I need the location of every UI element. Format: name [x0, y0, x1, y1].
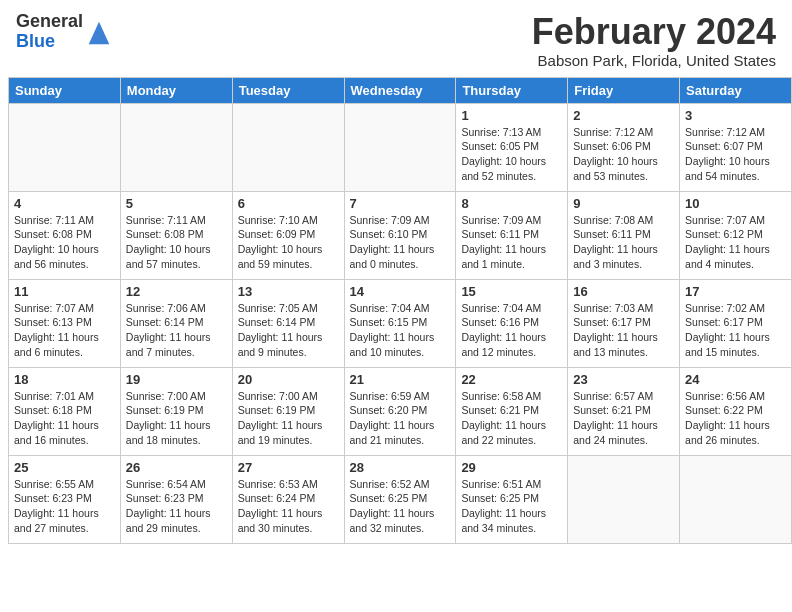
calendar-week-row: 25Sunrise: 6:55 AM Sunset: 6:23 PM Dayli… [9, 455, 792, 543]
calendar-day-cell: 10Sunrise: 7:07 AM Sunset: 6:12 PM Dayli… [680, 191, 792, 279]
calendar-day-cell: 21Sunrise: 6:59 AM Sunset: 6:20 PM Dayli… [344, 367, 456, 455]
calendar-day-header: Friday [568, 77, 680, 103]
day-detail: Sunrise: 7:13 AM Sunset: 6:05 PM Dayligh… [461, 125, 562, 184]
location-title: Babson Park, Florida, United States [532, 52, 776, 69]
day-number: 9 [573, 196, 674, 211]
day-detail: Sunrise: 7:00 AM Sunset: 6:19 PM Dayligh… [238, 389, 339, 448]
day-number: 23 [573, 372, 674, 387]
calendar-day-cell [568, 455, 680, 543]
day-number: 17 [685, 284, 786, 299]
calendar-day-cell: 8Sunrise: 7:09 AM Sunset: 6:11 PM Daylig… [456, 191, 568, 279]
day-number: 25 [14, 460, 115, 475]
day-number: 3 [685, 108, 786, 123]
day-number: 5 [126, 196, 227, 211]
calendar-day-cell: 20Sunrise: 7:00 AM Sunset: 6:19 PM Dayli… [232, 367, 344, 455]
calendar-day-cell: 28Sunrise: 6:52 AM Sunset: 6:25 PM Dayli… [344, 455, 456, 543]
calendar-day-header: Wednesday [344, 77, 456, 103]
day-number: 29 [461, 460, 562, 475]
logo: General Blue [16, 12, 113, 52]
day-detail: Sunrise: 6:56 AM Sunset: 6:22 PM Dayligh… [685, 389, 786, 448]
month-title: February 2024 [532, 12, 776, 52]
calendar-day-cell: 9Sunrise: 7:08 AM Sunset: 6:11 PM Daylig… [568, 191, 680, 279]
calendar-day-cell: 15Sunrise: 7:04 AM Sunset: 6:16 PM Dayli… [456, 279, 568, 367]
day-number: 2 [573, 108, 674, 123]
calendar-day-cell: 16Sunrise: 7:03 AM Sunset: 6:17 PM Dayli… [568, 279, 680, 367]
calendar-day-cell: 26Sunrise: 6:54 AM Sunset: 6:23 PM Dayli… [120, 455, 232, 543]
header: General Blue February 2024 Babson Park, … [0, 0, 792, 77]
logo-icon [85, 18, 113, 46]
day-number: 14 [350, 284, 451, 299]
calendar-week-row: 18Sunrise: 7:01 AM Sunset: 6:18 PM Dayli… [9, 367, 792, 455]
calendar-day-cell [9, 103, 121, 191]
day-detail: Sunrise: 6:59 AM Sunset: 6:20 PM Dayligh… [350, 389, 451, 448]
day-number: 8 [461, 196, 562, 211]
day-number: 10 [685, 196, 786, 211]
calendar-day-cell [680, 455, 792, 543]
calendar-day-cell: 5Sunrise: 7:11 AM Sunset: 6:08 PM Daylig… [120, 191, 232, 279]
calendar-day-cell: 18Sunrise: 7:01 AM Sunset: 6:18 PM Dayli… [9, 367, 121, 455]
day-detail: Sunrise: 6:58 AM Sunset: 6:21 PM Dayligh… [461, 389, 562, 448]
day-detail: Sunrise: 7:10 AM Sunset: 6:09 PM Dayligh… [238, 213, 339, 272]
day-detail: Sunrise: 6:55 AM Sunset: 6:23 PM Dayligh… [14, 477, 115, 536]
calendar-day-header: Monday [120, 77, 232, 103]
calendar-day-cell: 7Sunrise: 7:09 AM Sunset: 6:10 PM Daylig… [344, 191, 456, 279]
day-detail: Sunrise: 7:06 AM Sunset: 6:14 PM Dayligh… [126, 301, 227, 360]
calendar-day-cell [120, 103, 232, 191]
day-number: 26 [126, 460, 227, 475]
calendar-day-cell: 22Sunrise: 6:58 AM Sunset: 6:21 PM Dayli… [456, 367, 568, 455]
calendar-week-row: 1Sunrise: 7:13 AM Sunset: 6:05 PM Daylig… [9, 103, 792, 191]
day-detail: Sunrise: 6:53 AM Sunset: 6:24 PM Dayligh… [238, 477, 339, 536]
logo-general: General [16, 12, 83, 32]
day-detail: Sunrise: 6:52 AM Sunset: 6:25 PM Dayligh… [350, 477, 451, 536]
day-number: 13 [238, 284, 339, 299]
calendar-day-cell: 24Sunrise: 6:56 AM Sunset: 6:22 PM Dayli… [680, 367, 792, 455]
calendar-day-cell: 3Sunrise: 7:12 AM Sunset: 6:07 PM Daylig… [680, 103, 792, 191]
day-number: 16 [573, 284, 674, 299]
day-number: 28 [350, 460, 451, 475]
calendar-day-cell: 6Sunrise: 7:10 AM Sunset: 6:09 PM Daylig… [232, 191, 344, 279]
day-detail: Sunrise: 6:54 AM Sunset: 6:23 PM Dayligh… [126, 477, 227, 536]
calendar-day-cell: 11Sunrise: 7:07 AM Sunset: 6:13 PM Dayli… [9, 279, 121, 367]
calendar-day-cell: 12Sunrise: 7:06 AM Sunset: 6:14 PM Dayli… [120, 279, 232, 367]
day-detail: Sunrise: 7:07 AM Sunset: 6:12 PM Dayligh… [685, 213, 786, 272]
calendar-day-cell [232, 103, 344, 191]
calendar-week-row: 11Sunrise: 7:07 AM Sunset: 6:13 PM Dayli… [9, 279, 792, 367]
day-number: 12 [126, 284, 227, 299]
day-number: 6 [238, 196, 339, 211]
day-number: 20 [238, 372, 339, 387]
day-number: 4 [14, 196, 115, 211]
logo-blue: Blue [16, 32, 83, 52]
day-detail: Sunrise: 7:04 AM Sunset: 6:16 PM Dayligh… [461, 301, 562, 360]
calendar-day-cell: 19Sunrise: 7:00 AM Sunset: 6:19 PM Dayli… [120, 367, 232, 455]
calendar-day-cell: 2Sunrise: 7:12 AM Sunset: 6:06 PM Daylig… [568, 103, 680, 191]
day-number: 1 [461, 108, 562, 123]
calendar-day-cell [344, 103, 456, 191]
day-detail: Sunrise: 7:05 AM Sunset: 6:14 PM Dayligh… [238, 301, 339, 360]
calendar-day-header: Saturday [680, 77, 792, 103]
calendar-day-cell: 29Sunrise: 6:51 AM Sunset: 6:25 PM Dayli… [456, 455, 568, 543]
day-detail: Sunrise: 7:12 AM Sunset: 6:06 PM Dayligh… [573, 125, 674, 184]
calendar-header-row: SundayMondayTuesdayWednesdayThursdayFrid… [9, 77, 792, 103]
day-number: 11 [14, 284, 115, 299]
day-detail: Sunrise: 7:11 AM Sunset: 6:08 PM Dayligh… [14, 213, 115, 272]
day-number: 27 [238, 460, 339, 475]
day-number: 22 [461, 372, 562, 387]
calendar-day-cell: 17Sunrise: 7:02 AM Sunset: 6:17 PM Dayli… [680, 279, 792, 367]
calendar-day-cell: 13Sunrise: 7:05 AM Sunset: 6:14 PM Dayli… [232, 279, 344, 367]
calendar: SundayMondayTuesdayWednesdayThursdayFrid… [8, 77, 792, 544]
calendar-day-cell: 27Sunrise: 6:53 AM Sunset: 6:24 PM Dayli… [232, 455, 344, 543]
calendar-day-header: Thursday [456, 77, 568, 103]
title-section: February 2024 Babson Park, Florida, Unit… [532, 12, 776, 69]
day-detail: Sunrise: 7:02 AM Sunset: 6:17 PM Dayligh… [685, 301, 786, 360]
day-number: 21 [350, 372, 451, 387]
day-detail: Sunrise: 7:09 AM Sunset: 6:11 PM Dayligh… [461, 213, 562, 272]
day-number: 24 [685, 372, 786, 387]
calendar-day-cell: 1Sunrise: 7:13 AM Sunset: 6:05 PM Daylig… [456, 103, 568, 191]
day-number: 7 [350, 196, 451, 211]
svg-marker-0 [89, 22, 110, 44]
day-number: 18 [14, 372, 115, 387]
day-number: 19 [126, 372, 227, 387]
calendar-day-cell: 14Sunrise: 7:04 AM Sunset: 6:15 PM Dayli… [344, 279, 456, 367]
day-number: 15 [461, 284, 562, 299]
calendar-day-header: Tuesday [232, 77, 344, 103]
